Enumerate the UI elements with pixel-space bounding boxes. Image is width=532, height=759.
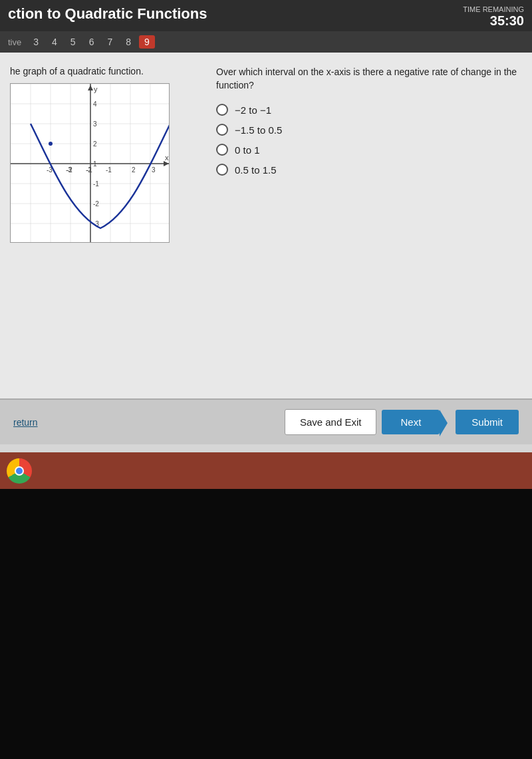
black-area — [0, 489, 532, 759]
svg-text:4: 4 — [93, 100, 97, 108]
svg-text:x: x — [165, 154, 169, 162]
option-4[interactable]: 0.5 to 1.5 — [216, 164, 519, 176]
timer: TIME REMAINING 35:30 — [463, 5, 524, 29]
option-3[interactable]: 0 to 1 — [216, 144, 519, 156]
svg-text:2: 2 — [93, 140, 97, 148]
option-1[interactable]: −2 to −1 — [216, 104, 519, 116]
submit-button[interactable]: Submit — [456, 410, 519, 434]
radio-4[interactable] — [216, 164, 228, 176]
svg-text:y: y — [94, 85, 98, 93]
radio-1[interactable] — [216, 104, 228, 116]
nav-bar: tive 3 4 5 6 7 8 9 — [0, 31, 532, 53]
svg-text:-1: -1 — [93, 180, 99, 188]
options-list: −2 to −1 −1.5 to 0.5 0 to 1 0.5 to 1.5 — [216, 104, 519, 176]
nav-item-4[interactable]: 4 — [47, 35, 63, 49]
graph-overlay: x y -3 -2 -1 -3 -2 -1 2 3 4 3 — [11, 84, 170, 243]
left-panel: he graph of a quadratic function. — [10, 66, 196, 385]
svg-text:-2: -2 — [66, 166, 72, 174]
svg-text:-2: -2 — [93, 200, 99, 208]
svg-text:-1: -1 — [86, 166, 92, 174]
taskbar — [0, 452, 532, 489]
header: ction to Quadratic Functions TIME REMAIN… — [0, 0, 532, 31]
nav-item-5[interactable]: 5 — [65, 35, 81, 49]
save-exit-button[interactable]: Save and Exit — [285, 409, 377, 435]
right-panel: Over which interval on the x-axis is the… — [209, 66, 519, 385]
page-title: ction to Quadratic Functions — [8, 5, 207, 23]
nav-item-7[interactable]: 7 — [102, 35, 118, 49]
nav-item-8[interactable]: 8 — [120, 35, 136, 49]
svg-text:2: 2 — [132, 166, 136, 174]
option-label-2: −1.5 to 0.5 — [235, 124, 282, 136]
graph-container: x y -3 -2 -1 2 3 4 3 2 1 -1 — [10, 83, 170, 243]
bottom-bar: return Save and Exit Next Submit — [0, 398, 532, 444]
option-label-4: 0.5 to 1.5 — [235, 164, 277, 176]
nav-item-9[interactable]: 9 — [139, 35, 155, 49]
nav-item-6[interactable]: 6 — [84, 35, 100, 49]
time-value: 35:30 — [463, 13, 524, 29]
radio-2[interactable] — [216, 124, 228, 136]
option-label-3: 0 to 1 — [235, 144, 260, 156]
time-label: TIME REMAINING — [463, 5, 524, 13]
next-button[interactable]: Next — [382, 410, 440, 434]
svg-text:3: 3 — [152, 166, 156, 174]
nav-label: tive — [8, 37, 21, 47]
chrome-icon[interactable] — [7, 458, 32, 484]
chrome-center-dot — [15, 466, 24, 476]
content-area: he graph of a quadratic function. — [0, 53, 532, 398]
svg-text:-1: -1 — [106, 166, 112, 174]
option-2[interactable]: −1.5 to 0.5 — [216, 124, 519, 136]
question-text: Over which interval on the x-axis is the… — [216, 66, 519, 92]
svg-point-60 — [49, 142, 53, 146]
return-link[interactable]: return — [13, 417, 38, 428]
bottom-buttons: Save and Exit Next Submit — [285, 409, 519, 435]
nav-item-3[interactable]: 3 — [28, 35, 44, 49]
question-intro: he graph of a quadratic function. — [10, 66, 196, 76]
svg-text:1: 1 — [93, 160, 97, 168]
option-label-1: −2 to −1 — [235, 104, 271, 116]
svg-text:3: 3 — [93, 120, 97, 128]
radio-3[interactable] — [216, 144, 228, 156]
